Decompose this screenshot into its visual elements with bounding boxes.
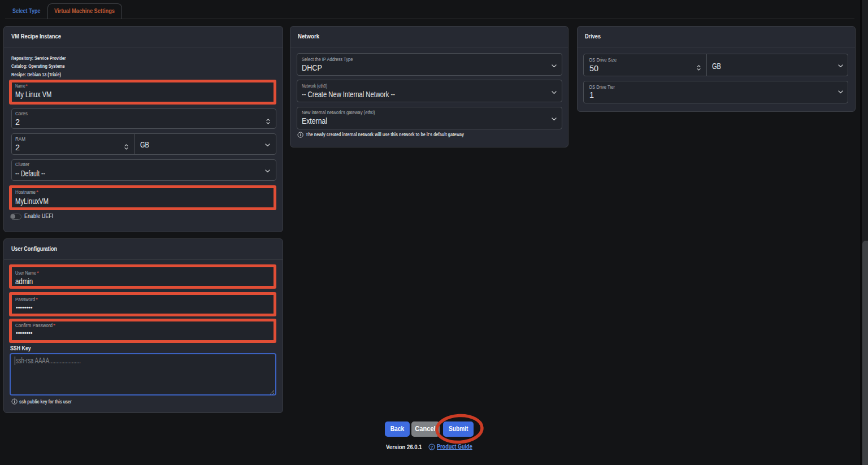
svg-text:?: ? [431,445,433,450]
